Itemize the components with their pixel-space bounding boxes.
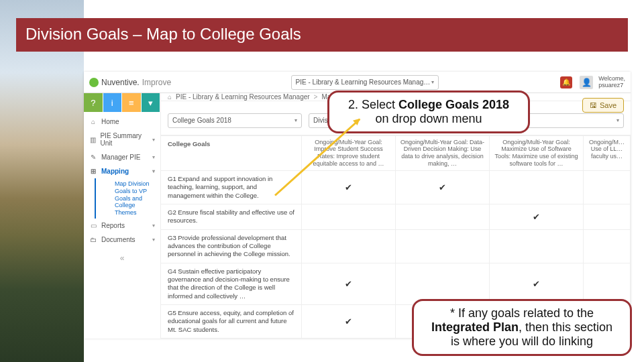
sidebar-item-pie-summary[interactable]: ▥ PIE Summary Unit ▾ <box>84 129 160 150</box>
grid-col-header: Ongoing/Multi-Year Goal: Data-Driven Dec… <box>396 136 490 170</box>
grid-cell[interactable] <box>396 263 490 304</box>
grid-cell[interactable]: ✔ <box>302 171 396 204</box>
callout-text: is where you will do linking <box>425 335 619 349</box>
grid-cell[interactable] <box>302 204 396 229</box>
sidebar-item-mapping[interactable]: ⊞ Mapping ▾ <box>84 164 160 178</box>
grid-cell[interactable] <box>396 204 490 229</box>
background-photo-stripe <box>0 0 84 362</box>
callout-text: 2. Select <box>348 98 398 111</box>
grid-cell[interactable] <box>584 171 631 204</box>
avatar[interactable]: 👤 <box>580 76 593 89</box>
grid-row-label: G2 Ensure fiscal stability and effective… <box>161 204 302 229</box>
slide-title-post: Map to College Goals <box>146 25 301 43</box>
info-button[interactable]: i <box>103 93 123 112</box>
grid-row: G3 Provide professional development that… <box>161 230 631 263</box>
help-button[interactable]: ? <box>84 93 103 112</box>
check-icon: ✔ <box>439 182 446 192</box>
grid-cell[interactable] <box>584 263 631 304</box>
sidebar-subitem-map-division-goals[interactable]: Map Division Goals to VP Goals and Colle… <box>95 178 160 219</box>
callout-text: , then this section <box>519 320 612 334</box>
grid-row-label: G3 Provide professional development that… <box>161 230 302 263</box>
callout-text-bold: Integrated Plan <box>431 320 519 334</box>
sidebar-item-label: Mapping <box>101 168 129 175</box>
callout-text-bold: College Goals 2018 <box>398 98 509 111</box>
grid-row-label: G5 Ensure access, equity, and completion… <box>161 305 302 338</box>
save-button-label: Save <box>600 101 616 109</box>
home-icon: ⌂ <box>89 118 97 125</box>
home-icon[interactable]: ⌂ <box>168 93 172 101</box>
grid-cell[interactable]: ✔ <box>302 305 396 338</box>
grid-cell[interactable]: ✔ <box>490 263 584 304</box>
floppy-icon: 🖫 <box>590 101 597 109</box>
check-icon: ✔ <box>345 182 352 192</box>
select-value: College Goals 2018 <box>172 117 231 124</box>
grid-header-row: College Goals Ongoing/Multi-Year Goal: I… <box>161 136 631 171</box>
sidebar-item-manager-pie[interactable]: ✎ Manager PIE ▾ <box>84 150 160 164</box>
grid-cell[interactable]: ✔ <box>490 204 584 229</box>
grid-cell[interactable]: ✔ <box>396 171 490 204</box>
chevron-down-icon: ▾ <box>152 168 155 174</box>
sidebar-item-label: Home <box>101 118 119 125</box>
sidebar-item-home[interactable]: ⌂ Home <box>84 115 160 129</box>
chevron-down-icon: ▾ <box>152 237 155 243</box>
pencil-icon: ✎ <box>89 154 97 161</box>
breadcrumb-seg[interactable]: PIE - Library & Learning Resources Manag… <box>176 93 310 101</box>
chevron-down-icon: ▾ <box>152 223 155 229</box>
unit-dropdown[interactable]: PIE - Library & Learning Resources Manag… <box>291 75 439 90</box>
welcome-user: psuarez7 <box>598 82 625 89</box>
chevron-down-icon: ▾ <box>152 154 155 160</box>
filter-button[interactable]: ▾ <box>142 93 161 112</box>
grid-row: G1 Expand and support innovation in teac… <box>161 171 631 204</box>
sidebar: ? i ≡ ▾ ⌂ Home ▥ PIE Summary Unit ▾ ✎ Ma… <box>84 93 161 339</box>
sidebar-item-label: PIE Summary Unit <box>100 132 148 147</box>
callout-text: * If any goals related to the <box>425 306 619 320</box>
folder-icon: 🗀 <box>89 236 97 243</box>
callout-step-2: 2. Select College Goals 2018 on drop dow… <box>327 90 530 133</box>
grid-cell[interactable] <box>490 230 584 263</box>
reports-icon: ▭ <box>89 222 97 229</box>
sidebar-item-reports[interactable]: ▭ Reports ▾ <box>84 219 160 233</box>
slide-title-pre: Division Goals <box>25 25 128 43</box>
brand: Nuventive. Improve <box>89 78 171 87</box>
college-goals-select[interactable]: College Goals 2018 ▾ <box>168 113 302 128</box>
sidebar-item-label: Manager PIE <box>101 154 140 161</box>
callout-integrated-plan: * If any goals related to the Integrated… <box>412 299 632 356</box>
grid-cell[interactable] <box>584 230 631 263</box>
check-icon: ✔ <box>533 279 540 289</box>
grid-row-header-label: College Goals <box>161 136 302 170</box>
sidebar-item-label: Documents <box>101 236 136 243</box>
sidebar-item-documents[interactable]: 🗀 Documents ▾ <box>84 233 160 247</box>
slide-title-bar: Division Goals – Map to College Goals <box>16 18 628 52</box>
chevron-down-icon: ▾ <box>616 117 619 123</box>
grid-cell[interactable] <box>396 230 490 263</box>
grid-cell[interactable]: ✔ <box>302 263 396 304</box>
nuventive-logo-icon <box>89 78 99 87</box>
sidebar-collapse-button[interactable]: « <box>84 249 160 267</box>
sidebar-item-label: Reports <box>101 222 125 229</box>
unit-dropdown-label: PIE - Library & Learning Resources Manag… <box>296 78 431 86</box>
grid-row-label: G1 Expand and support innovation in teac… <box>161 171 302 204</box>
mapping-icon: ⊞ <box>89 168 97 175</box>
check-icon: ✔ <box>533 212 540 222</box>
grid-col-header: Ongoing/Multi-Year Goal: Maximize Use of… <box>490 136 584 170</box>
welcome-block: Welcome, psuarez7 <box>598 76 625 89</box>
bell-icon: 🔔 <box>560 76 572 88</box>
chevron-down-icon: ▾ <box>294 117 297 123</box>
check-icon: ✔ <box>345 316 352 326</box>
grid-col-header: Ongoing/M… Use of LL… faculty us… <box>584 136 631 170</box>
hamburger-button[interactable]: ≡ <box>122 93 142 112</box>
chevron-down-icon: ▾ <box>152 137 155 143</box>
check-icon: ✔ <box>345 279 352 289</box>
grid-row: G2 Ensure fiscal stability and effective… <box>161 204 631 230</box>
chevron-right-icon: > <box>314 93 318 101</box>
sidebar-quick-row: ? i ≡ ▾ <box>84 93 160 112</box>
grid-cell[interactable] <box>584 204 631 229</box>
brand-name: Nuventive. <box>101 78 140 87</box>
grid-cell[interactable] <box>490 171 584 204</box>
notifications-button[interactable]: 🔔 <box>558 74 574 90</box>
grid-icon: ▥ <box>89 136 96 143</box>
grid-col-header: Ongoing/Multi-Year Goal: Improve Student… <box>302 136 396 170</box>
grid-cell[interactable] <box>302 230 396 263</box>
callout-text: on drop down menu <box>340 112 517 126</box>
save-button[interactable]: 🖫 Save <box>582 98 624 113</box>
